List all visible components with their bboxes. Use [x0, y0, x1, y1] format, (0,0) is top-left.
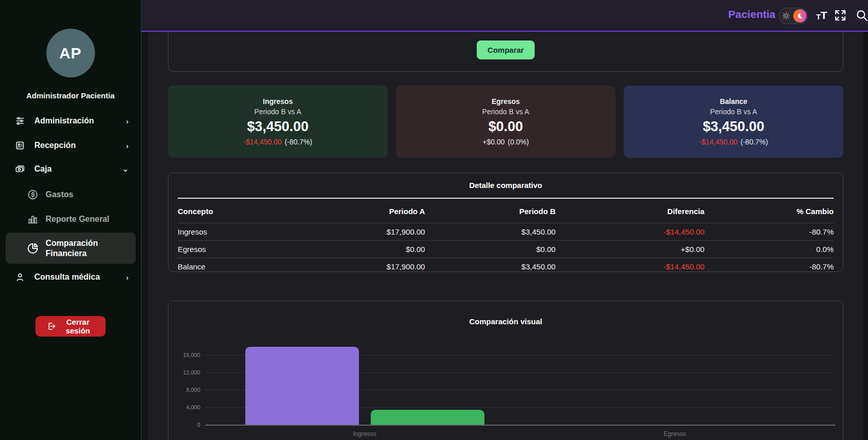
sidebar-item-administracion[interactable]: Administración ›: [0, 111, 141, 131]
delta-amount: +$0.00: [482, 138, 504, 146]
card-subtitle: Periodo B vs A: [710, 108, 757, 116]
sidebar-item-caja[interactable]: Caja ⌄: [0, 159, 141, 179]
topbar: Pacientia TT: [141, 0, 868, 32]
cell-pct-cambio: -80.7%: [705, 258, 834, 276]
sidebar-item-recepcion[interactable]: Recepción ›: [0, 135, 141, 156]
id-badge-icon: [14, 140, 26, 151]
bar-periodo-b: [371, 410, 484, 425]
card-title: Ingresos: [263, 97, 292, 106]
table-row: Ingresos $17,900.00 $3,450.00 -$14,450.0…: [178, 223, 834, 241]
card-title: Egresos: [492, 97, 520, 106]
cell-diferencia: +$0.00: [556, 241, 705, 258]
sidebar-item-label: Caja: [34, 164, 52, 174]
comparison-table-panel: Detalle comparativo Concepto Periodo A P…: [168, 173, 843, 272]
y-axis-tick: 16,000: [168, 352, 200, 358]
dollar-circle-icon: [27, 188, 39, 201]
chart-title: Comparación visual: [168, 317, 843, 326]
col-pct-cambio: % Cambio: [705, 199, 834, 223]
logout-label: Cerrar sesión: [61, 318, 95, 335]
table-row: Balance $17,900.00 $3,450.00 -$14,450.00…: [178, 258, 834, 276]
delta-percent: (-80.7%): [740, 138, 768, 146]
cell-periodo-a: $17,900.00: [322, 223, 425, 241]
compare-button[interactable]: Comparar: [477, 40, 535, 59]
col-concepto: Concepto: [178, 199, 322, 223]
chevron-down-icon: ⌄: [122, 164, 129, 174]
col-periodo-b: Periodo B: [425, 199, 556, 223]
visual-comparison-panel: Comparación visual 04,0008,00012,00016,0…: [168, 301, 843, 440]
sidebar-item-label: Consulta médica: [34, 273, 100, 282]
sidebar-item-gastos[interactable]: Gastos: [0, 184, 141, 205]
sidebar-item-comparacion-financiera[interactable]: Comparación Financiera: [6, 233, 136, 264]
card-value: $3,450.00: [703, 119, 764, 135]
logout-icon: [47, 322, 56, 331]
card-title: Balance: [720, 97, 748, 106]
sidebar-item-label: Reporte General: [46, 215, 109, 224]
bar-periodo-a: [245, 347, 359, 425]
search-icon[interactable]: [855, 9, 868, 22]
cell-periodo-b: $0.00: [425, 241, 556, 258]
theme-toggle[interactable]: [778, 8, 808, 24]
content-left-gutter: [142, 32, 148, 440]
brand-name: Pacientia: [728, 8, 775, 20]
delta-amount: -$14,450.00: [699, 138, 737, 146]
col-periodo-a: Periodo A: [322, 199, 425, 223]
sidebar-item-label: Comparación Financiera: [46, 238, 128, 259]
sidebar-item-reporte-general[interactable]: Reporte General: [0, 209, 141, 229]
sidebar-item-label: Administración: [34, 116, 94, 125]
card-delta: +$0.00(0.0%): [482, 138, 528, 146]
moon-icon: [793, 9, 807, 23]
card-value: $0.00: [489, 119, 523, 135]
x-axis-label: Ingresos: [313, 430, 416, 437]
main-content: Comparar Ingresos Periodo B vs A $3,450.…: [141, 32, 868, 440]
col-diferencia: Diferencia: [556, 199, 705, 223]
y-axis-tick: 8,000: [168, 387, 200, 393]
text-size-big: T: [821, 10, 828, 20]
sun-icon: [779, 12, 793, 20]
card-delta: -$14,450.00(-80.7%): [243, 138, 312, 146]
cell-concepto: Egresos: [178, 241, 322, 258]
cell-periodo-a: $0.00: [322, 241, 425, 258]
user-name: Administrador Pacientia: [0, 91, 141, 100]
cell-concepto: Balance: [178, 258, 322, 276]
sliders-icon: [14, 115, 26, 127]
sidebar-item-label: Gastos: [46, 190, 73, 199]
table-title: Detalle comparativo: [168, 181, 843, 190]
card-ingresos: Ingresos Periodo B vs A $3,450.00 -$14,4…: [168, 86, 388, 158]
card-delta: -$14,450.00(-80.7%): [699, 138, 768, 146]
user-icon: [14, 271, 26, 283]
bar-chart-icon: [27, 213, 39, 225]
card-subtitle: Periodo B vs A: [255, 108, 302, 116]
table-row: Egresos $0.00 $0.00 +$0.00 0.0%: [178, 241, 834, 258]
chevron-right-icon: ›: [126, 117, 129, 125]
sidebar-item-consulta-medica[interactable]: Consulta médica ›: [0, 267, 141, 287]
avatar: AP: [46, 29, 95, 77]
y-axis-tick: 0: [168, 422, 200, 428]
card-value: $3,450.00: [247, 119, 308, 135]
fullscreen-icon[interactable]: [834, 9, 846, 22]
pie-chart-icon: [27, 242, 39, 255]
cell-diferencia: -$14,450.00: [556, 223, 705, 241]
delta-percent: (0.0%): [507, 138, 528, 146]
cell-diferencia: -$14,450.00: [556, 258, 705, 276]
x-axis-label: Egresos: [624, 430, 726, 437]
sidebar: AP Administrador Pacientia Administració…: [0, 0, 141, 440]
text-size-icon[interactable]: TT: [816, 10, 827, 20]
card-balance: Balance Periodo B vs A $3,450.00 -$14,45…: [624, 86, 843, 158]
table-header-row: Concepto Periodo A Periodo B Diferencia …: [178, 199, 834, 223]
cell-periodo-b: $3,450.00: [425, 258, 556, 276]
card-egresos: Egresos Periodo B vs A $0.00 +$0.00(0.0%…: [396, 86, 616, 158]
comparison-table: Concepto Periodo A Periodo B Diferencia …: [178, 199, 834, 275]
scrollbar-track[interactable]: [863, 32, 868, 440]
delta-percent: (-80.7%): [285, 138, 312, 146]
cell-periodo-a: $17,900.00: [322, 258, 425, 276]
cell-periodo-b: $3,450.00: [425, 223, 556, 241]
gridline: [205, 425, 835, 426]
logout-button[interactable]: Cerrar sesión: [35, 316, 106, 337]
cell-pct-cambio: -80.7%: [705, 223, 834, 241]
card-subtitle: Periodo B vs A: [482, 108, 530, 116]
cell-pct-cambio: 0.0%: [705, 241, 834, 258]
delta-amount: -$14,450.00: [243, 138, 282, 146]
sidebar-item-label: Recepción: [34, 141, 76, 150]
chevron-right-icon: ›: [126, 141, 129, 150]
y-axis-tick: 12,000: [168, 369, 200, 375]
